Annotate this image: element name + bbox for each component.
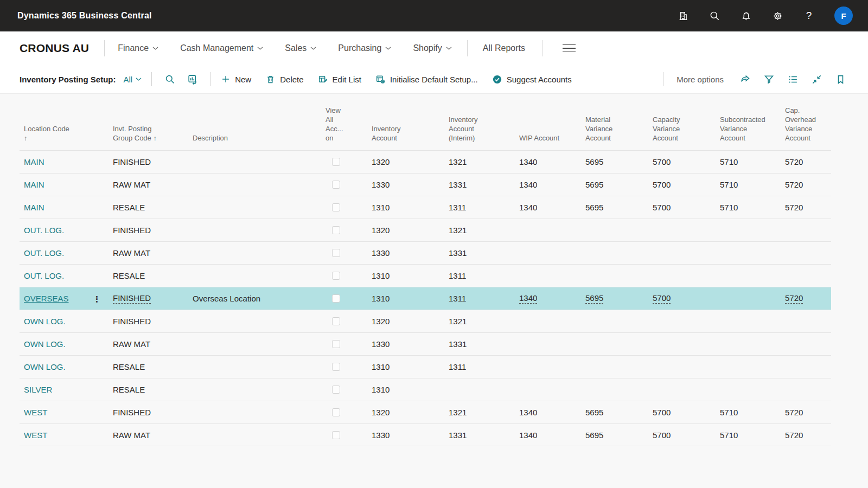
- collapse-icon[interactable]: [808, 71, 825, 87]
- account-cell[interactable]: [576, 310, 643, 332]
- posting-group-cell[interactable]: FINISHED: [108, 401, 188, 423]
- posting-group-cell[interactable]: FINISHED: [108, 287, 188, 310]
- column-header-view_all[interactable]: ViewAllAcc...on: [321, 106, 362, 143]
- account-cell[interactable]: 1310: [362, 378, 439, 401]
- account-cell[interactable]: [643, 333, 710, 355]
- more-options-button[interactable]: More options: [676, 75, 724, 84]
- location-cell[interactable]: OUT. LOG.: [20, 265, 108, 287]
- location-code-link[interactable]: SILVER: [24, 385, 52, 394]
- share-icon[interactable]: [737, 71, 753, 87]
- column-header-group[interactable]: Invt. PostingGroup Code ↑: [108, 124, 188, 143]
- location-code-link[interactable]: OWN LOG.: [24, 339, 66, 349]
- account-cell[interactable]: 5710: [710, 174, 775, 196]
- description-cell[interactable]: [188, 378, 321, 401]
- account-cell[interactable]: [643, 356, 710, 378]
- account-cell[interactable]: 1321: [439, 219, 509, 241]
- bookmark-icon[interactable]: [832, 71, 848, 87]
- account-cell[interactable]: [710, 287, 775, 310]
- suggest-accounts-button[interactable]: Suggest Accounts: [492, 74, 572, 85]
- account-cell[interactable]: [643, 310, 710, 332]
- account-cell[interactable]: [775, 333, 831, 355]
- account-cell[interactable]: 5720: [775, 151, 831, 173]
- edit-list-button[interactable]: Edit List: [318, 74, 361, 85]
- account-cell[interactable]: [439, 378, 509, 401]
- account-cell[interactable]: 5720: [775, 287, 831, 310]
- location-code-link[interactable]: OVERSEAS: [24, 294, 69, 303]
- account-cell[interactable]: [710, 310, 775, 332]
- location-cell[interactable]: MAIN: [20, 174, 108, 196]
- view-all-checkbox[interactable]: [332, 181, 340, 189]
- account-cell[interactable]: 1310: [362, 287, 439, 310]
- account-cell[interactable]: 1331: [439, 242, 509, 264]
- account-cell[interactable]: [576, 219, 643, 241]
- account-cell[interactable]: 5695: [576, 174, 643, 196]
- table-row[interactable]: WESTRAW MAT1330133113405695570057105720: [20, 423, 831, 446]
- account-cell[interactable]: 1311: [439, 265, 509, 287]
- search-icon[interactable]: [709, 10, 720, 22]
- account-cell[interactable]: [775, 356, 831, 378]
- table-row[interactable]: WESTFINISHED1320132113405695570057105720: [20, 401, 831, 423]
- account-cell[interactable]: 1321: [439, 151, 509, 173]
- posting-group-cell[interactable]: RESALE: [108, 378, 188, 401]
- location-cell[interactable]: OWN LOG.: [20, 333, 108, 355]
- description-cell[interactable]: [188, 219, 321, 241]
- account-cell[interactable]: [775, 310, 831, 332]
- account-cell[interactable]: 5720: [775, 424, 831, 446]
- account-cell[interactable]: [509, 265, 576, 287]
- filter-icon[interactable]: [761, 71, 777, 87]
- initialise-default-setup-button[interactable]: Initialise Default Setup...: [375, 74, 478, 85]
- posting-group-cell[interactable]: FINISHED: [108, 219, 188, 241]
- account-cell[interactable]: [643, 265, 710, 287]
- account-cell[interactable]: 1331: [439, 174, 509, 196]
- location-code-link[interactable]: MAIN: [24, 203, 44, 212]
- account-cell[interactable]: [710, 242, 775, 264]
- posting-group-cell[interactable]: RAW MAT: [108, 242, 188, 264]
- table-row[interactable]: OVERSEAS⋮FINISHEDOverseas Location131013…: [20, 287, 831, 310]
- account-cell[interactable]: [576, 356, 643, 378]
- account-cell[interactable]: [710, 378, 775, 401]
- account-cell[interactable]: [576, 242, 643, 264]
- account-cell[interactable]: 5710: [710, 151, 775, 173]
- column-header-interim[interactable]: InventoryAccount(Interim): [439, 115, 509, 143]
- account-cell[interactable]: [775, 219, 831, 241]
- account-cell[interactable]: [710, 265, 775, 287]
- analyze-icon[interactable]: [184, 71, 201, 87]
- description-cell[interactable]: [188, 265, 321, 287]
- delete-button[interactable]: Delete: [265, 74, 303, 85]
- account-cell[interactable]: 1340: [509, 401, 576, 423]
- view-all-checkbox[interactable]: [332, 363, 340, 371]
- account-cell[interactable]: [509, 242, 576, 264]
- description-cell[interactable]: [188, 310, 321, 332]
- account-cell[interactable]: [643, 219, 710, 241]
- company-environment-icon[interactable]: [677, 10, 689, 22]
- table-row[interactable]: MAINRAW MAT1330133113405695570057105720: [20, 173, 831, 196]
- posting-group-cell[interactable]: FINISHED: [108, 310, 188, 332]
- account-cell[interactable]: 5710: [710, 401, 775, 423]
- account-cell[interactable]: 1310: [362, 356, 439, 378]
- column-header-location[interactable]: Location Code↑: [20, 124, 108, 143]
- account-cell[interactable]: 5700: [643, 174, 710, 196]
- account-cell[interactable]: 5695: [576, 151, 643, 173]
- column-header-wip[interactable]: WIP Account: [509, 133, 576, 143]
- account-cell[interactable]: [643, 378, 710, 401]
- account-cell[interactable]: 5710: [710, 424, 775, 446]
- account-cell[interactable]: [509, 333, 576, 355]
- location-cell[interactable]: WEST: [20, 401, 108, 423]
- account-cell[interactable]: 1320: [362, 151, 439, 173]
- account-cell[interactable]: [509, 356, 576, 378]
- table-row[interactable]: OWN LOG.RESALE13101311: [20, 355, 831, 378]
- nav-item-finance[interactable]: Finance: [118, 43, 158, 53]
- table-row[interactable]: OUT. LOG.RAW MAT13301331: [20, 241, 831, 264]
- location-cell[interactable]: OWN LOG.: [20, 310, 108, 332]
- view-all-checkbox[interactable]: [332, 158, 340, 166]
- account-cell[interactable]: 1330: [362, 174, 439, 196]
- account-cell[interactable]: 5695: [576, 287, 643, 310]
- table-row[interactable]: OUT. LOG.FINISHED13201321: [20, 219, 831, 241]
- account-cell[interactable]: 1340: [509, 424, 576, 446]
- table-row[interactable]: OWN LOG.FINISHED13201321: [20, 310, 831, 332]
- account-cell[interactable]: 1340: [509, 151, 576, 173]
- location-cell[interactable]: OVERSEAS⋮: [20, 287, 108, 310]
- location-code-link[interactable]: OUT. LOG.: [24, 248, 64, 258]
- location-code-link[interactable]: MAIN: [24, 180, 44, 189]
- account-cell[interactable]: 1340: [509, 174, 576, 196]
